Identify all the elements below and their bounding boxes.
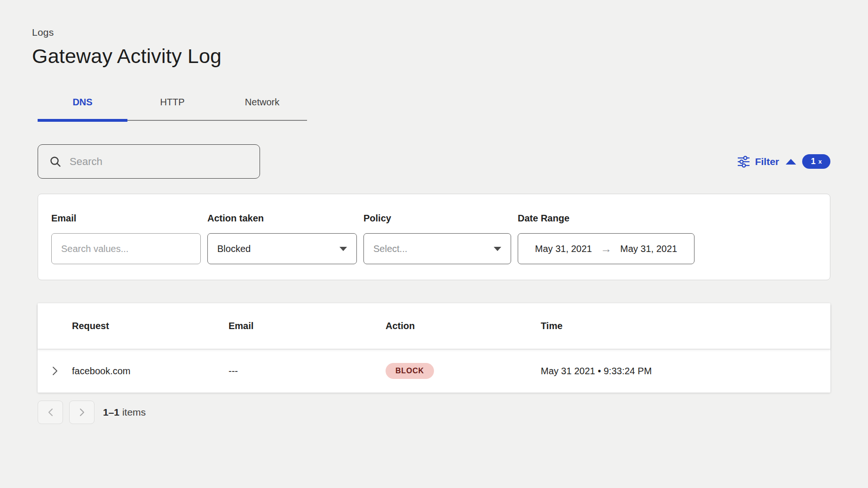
chevron-left-icon (48, 408, 53, 417)
previous-page-button[interactable] (38, 401, 63, 424)
tab-network[interactable]: Network (217, 97, 307, 120)
column-header-time: Time (541, 321, 830, 331)
block-action-badge: BLOCK (386, 363, 434, 379)
table-header-row: Request Email Action Time (38, 303, 830, 349)
email-filter-field: Email (51, 213, 201, 280)
filter-sliders-icon (737, 155, 750, 168)
collapse-up-icon (786, 159, 796, 165)
filter-count-badge[interactable]: 1 x (802, 154, 830, 169)
activity-log-table: Request Email Action Time facebook.com -… (38, 303, 830, 393)
items-range: 1–1 (103, 407, 119, 417)
filter-label: Filter (755, 156, 779, 167)
table-row[interactable]: facebook.com --- BLOCK May 31 2021 • 9:3… (38, 349, 830, 393)
column-header-request: Request (72, 321, 229, 331)
arrow-right-icon: → (600, 243, 612, 254)
filter-count: 1 (811, 157, 815, 166)
action-taken-value: Blocked (217, 244, 251, 254)
toolbar: Filter 1 x (38, 144, 830, 179)
search-input[interactable] (70, 145, 260, 178)
filter-panel: Email Action taken Blocked Policy Select… (38, 194, 830, 280)
breadcrumb: Logs (32, 27, 868, 38)
row-expander-button[interactable] (38, 349, 72, 393)
date-range-filter-field: Date Range May 31, 2021 → May 31, 2021 (518, 213, 694, 280)
request-cell: facebook.com (72, 366, 229, 377)
time-cell: May 31 2021 • 9:33:24 PM (541, 366, 830, 377)
chevron-right-icon (79, 408, 85, 417)
email-filter-input[interactable] (51, 233, 201, 264)
filter-controls: Filter 1 x (737, 154, 830, 169)
date-range-label: Date Range (518, 213, 694, 224)
column-header-email: Email (229, 321, 386, 331)
column-header-action: Action (386, 321, 541, 331)
search-box[interactable] (38, 144, 260, 179)
tab-http[interactable]: HTTP (127, 97, 217, 120)
email-filter-label: Email (51, 213, 201, 224)
search-icon (49, 156, 62, 168)
page-title: Gateway Activity Log (32, 45, 868, 68)
action-taken-select[interactable]: Blocked (207, 233, 357, 264)
action-cell: BLOCK (386, 363, 541, 379)
filter-toggle-button[interactable]: Filter (737, 155, 796, 168)
date-range-start: May 31, 2021 (535, 244, 592, 254)
policy-select[interactable]: Select... (363, 233, 511, 264)
chevron-right-icon (52, 366, 58, 376)
chevron-down-icon (339, 247, 347, 251)
gateway-activity-log-page: Logs Gateway Activity Log DNS HTTP Netwo… (0, 0, 868, 488)
items-count: 1–1 items (103, 407, 146, 418)
clear-filter-x: x (818, 158, 821, 165)
policy-filter-field: Policy Select... (363, 213, 511, 280)
email-cell: --- (229, 366, 386, 377)
pagination: 1–1 items (38, 401, 868, 424)
policy-value: Select... (373, 244, 407, 254)
date-range-end: May 31, 2021 (620, 244, 677, 254)
policy-label: Policy (363, 213, 511, 224)
action-taken-label: Action taken (207, 213, 357, 224)
log-type-tabs: DNS HTTP Network (38, 97, 307, 121)
items-label: items (122, 407, 146, 417)
chevron-down-icon (494, 247, 501, 251)
tab-dns[interactable]: DNS (38, 97, 127, 120)
next-page-button[interactable] (69, 401, 95, 424)
page-header: Logs Gateway Activity Log (0, 0, 868, 68)
date-range-picker[interactable]: May 31, 2021 → May 31, 2021 (518, 233, 694, 264)
action-taken-filter-field: Action taken Blocked (207, 213, 357, 280)
